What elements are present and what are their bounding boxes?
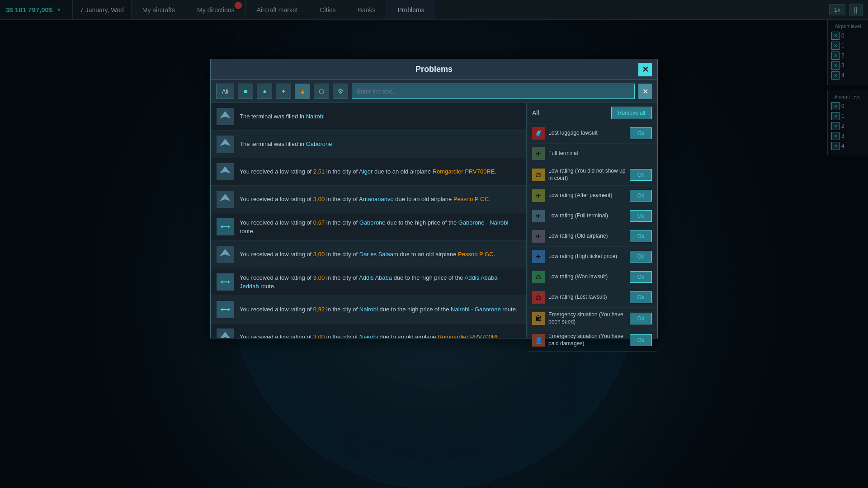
- filter-icon-rating-won: ⚖: [532, 271, 545, 283]
- problem-item-3: You received a low rating of 3,00 in the…: [211, 186, 526, 213]
- problem-text-4: You received a low rating of 0,67 in the…: [240, 218, 521, 236]
- problem-icon-7: [216, 300, 234, 319]
- ok-button-rating-lost[interactable]: Ok: [630, 291, 652, 303]
- problem-item-7: You received a low rating of 0,92 in the…: [211, 296, 526, 324]
- problem-text-6: You received a low rating of 3,00 in the…: [240, 273, 521, 291]
- filter-label-rating-lost: Low rating (Lost lawsuit): [548, 294, 626, 301]
- filter-label-rating-court: Low rating (You did not show up in court…: [548, 168, 626, 182]
- svg-marker-14: [220, 332, 231, 338]
- problem-text-5: You received a low rating of 3,00 in the…: [240, 250, 495, 259]
- filter-circle-button[interactable]: ●: [257, 84, 272, 99]
- filter-icon-rating-payment: ✈: [532, 189, 545, 202]
- dialog-header: Problems ✕: [211, 59, 657, 80]
- search-clear-button[interactable]: ✕: [638, 84, 652, 99]
- filter-label-rating-high: Low rating (High ticket price): [548, 253, 626, 260]
- ok-button-rating-court[interactable]: Ok: [630, 169, 652, 181]
- problem-icon-0: [216, 108, 234, 126]
- square-filter-icon: ■: [244, 88, 247, 95]
- problem-text-1: The terminal was filled in Gaborone: [240, 140, 332, 149]
- svg-marker-2: [220, 166, 231, 174]
- svg-marker-0: [220, 111, 231, 118]
- dialog-body: The terminal was filled in NairobiThe te…: [211, 103, 657, 338]
- problems-dialog: Problems ✕ All ■ ● ✦ ▲ ⬡ ⚙: [210, 59, 658, 338]
- filter-star-button[interactable]: ✦: [276, 84, 291, 99]
- modal-overlay: Problems ✕ All ■ ● ✦ ▲ ⬡ ⚙: [0, 0, 868, 488]
- filter-icon-rating-high: ✈: [532, 250, 545, 263]
- filter-item-rating-lost: ⚖ Low rating (Lost lawsuit) Ok: [527, 287, 657, 308]
- problem-item-4: You received a low rating of 0,67 in the…: [211, 213, 526, 241]
- filter-label-luggage: Lost luggage lawsuit: [548, 130, 626, 137]
- svg-marker-10: [221, 280, 222, 284]
- dialog-title: Problems: [415, 65, 453, 74]
- filter-item-rating-payment: ✈ Low rating (After payment) Ok: [527, 186, 657, 206]
- gear-filter-icon: ⚙: [338, 88, 344, 95]
- problem-item-0: The terminal was filled in Nairobi: [211, 103, 526, 131]
- filter-label-rating-old: Low rating (Old airplane): [548, 233, 626, 240]
- problem-icon-3: [216, 190, 234, 208]
- filter-icon-rating-old: ✈: [532, 230, 545, 243]
- circle-filter-icon: ●: [263, 88, 266, 95]
- filter-icon-emergency-sued: 🏛: [532, 312, 545, 325]
- ok-button-emergency-sued[interactable]: Ok: [630, 313, 652, 324]
- filter-panel-header: All Remove all: [527, 103, 657, 123]
- ok-button-rating-full[interactable]: Ok: [630, 210, 652, 222]
- filter-all-button[interactable]: All: [216, 84, 234, 99]
- filter-gear-button[interactable]: ⚙: [333, 84, 348, 99]
- filter-panel: All Remove all 🧳 Lost luggage lawsuit Ok…: [526, 103, 657, 338]
- filter-item-emergency-sued: 🏛 Emergency situation (You have been sue…: [527, 308, 657, 329]
- hex-filter-icon: ⬡: [319, 88, 324, 95]
- svg-marker-5: [228, 225, 230, 229]
- filter-label-rating-won: Low rating (Won lawsuit): [548, 273, 626, 281]
- problem-icon-5: [216, 245, 234, 263]
- problem-icon-6: [216, 273, 234, 291]
- filter-item-emergency-paid: 👤 Emergency situation (You have paid dam…: [527, 329, 657, 351]
- svg-marker-13: [221, 308, 222, 311]
- problem-icon-4: [216, 218, 234, 236]
- filter-item-terminal: ✈ Full terminal: [527, 144, 657, 164]
- triangle-filter-icon: ▲: [300, 88, 306, 95]
- filter-label-emergency-sued: Emergency situation (You have been sued): [548, 311, 626, 325]
- problems-list: The terminal was filled in NairobiThe te…: [211, 103, 526, 338]
- filter-triangle-button[interactable]: ▲: [295, 84, 310, 99]
- filter-item-rating-old: ✈ Low rating (Old airplane) Ok: [527, 226, 657, 247]
- filter-item-luggage: 🧳 Lost luggage lawsuit Ok: [527, 123, 657, 144]
- svg-marker-7: [220, 249, 231, 256]
- problem-text-2: You received a low rating of 2,51 in the…: [240, 167, 496, 176]
- problem-item-5: You received a low rating of 3,00 in the…: [211, 241, 526, 268]
- ok-button-rating-old[interactable]: Ok: [630, 230, 652, 242]
- svg-marker-12: [228, 308, 230, 311]
- filter-items-container: 🧳 Lost luggage lawsuit Ok ✈ Full termina…: [527, 123, 657, 352]
- ok-button-rating-won[interactable]: Ok: [630, 271, 652, 283]
- filter-label-rating-payment: Low rating (After payment): [548, 192, 626, 199]
- search-input[interactable]: [352, 84, 635, 99]
- filter-label-terminal: Full terminal: [548, 150, 652, 157]
- filter-item-rating-full: ✈ Low rating (Full terminal) Ok: [527, 206, 657, 226]
- problem-text-7: You received a low rating of 0,92 in the…: [240, 305, 518, 314]
- problem-item-1: The terminal was filled in Gaborone: [211, 131, 526, 158]
- problem-text-0: The terminal was filled in Nairobi: [240, 112, 325, 121]
- filter-icon-terminal: ✈: [532, 147, 545, 160]
- ok-button-luggage[interactable]: Ok: [630, 127, 652, 139]
- ok-button-rating-high[interactable]: Ok: [630, 251, 652, 263]
- filter-icon-luggage: 🧳: [532, 127, 545, 140]
- remove-all-button[interactable]: Remove all: [611, 107, 652, 119]
- svg-marker-6: [221, 225, 222, 229]
- problem-text-8: You received a low rating of 3,00 in the…: [240, 333, 502, 338]
- svg-marker-9: [228, 280, 230, 284]
- ok-button-rating-payment[interactable]: Ok: [630, 190, 652, 202]
- filter-square-button[interactable]: ■: [238, 84, 253, 99]
- problem-item-6: You received a low rating of 3,00 in the…: [211, 268, 526, 296]
- filter-hex-button[interactable]: ⬡: [314, 84, 329, 99]
- dialog-close-button[interactable]: ✕: [638, 63, 652, 76]
- problem-icon-8: [216, 328, 234, 338]
- filter-icon-rating-lost: ⚖: [532, 291, 545, 304]
- ok-button-emergency-paid[interactable]: Ok: [630, 334, 652, 346]
- filter-item-rating-high: ✈ Low rating (High ticket price) Ok: [527, 247, 657, 267]
- svg-marker-1: [220, 139, 231, 146]
- filter-label-rating-full: Low rating (Full terminal): [548, 212, 626, 220]
- star-filter-icon: ✦: [281, 88, 286, 95]
- filter-item-rating-court: ⚖ Low rating (You did not show up in cou…: [527, 164, 657, 186]
- filter-item-rating-won: ⚖ Low rating (Won lawsuit) Ok: [527, 267, 657, 287]
- problem-text-3: You received a low rating of 3,00 in the…: [240, 195, 491, 204]
- dialog-toolbar: All ■ ● ✦ ▲ ⬡ ⚙ ✕: [211, 80, 657, 103]
